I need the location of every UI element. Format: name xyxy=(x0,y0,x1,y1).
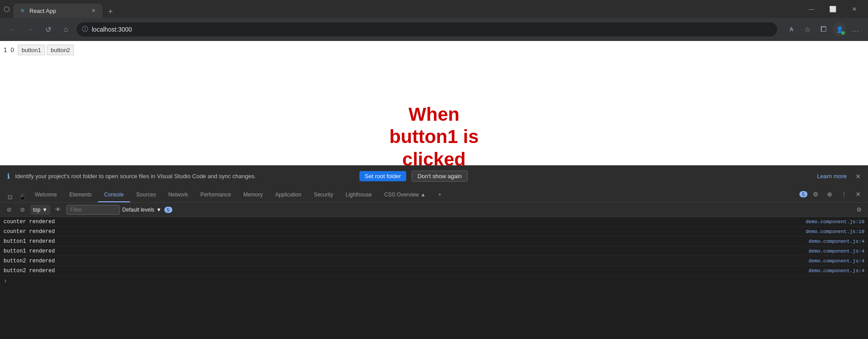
minimize-button[interactable]: — xyxy=(801,2,822,16)
info-banner: ℹ Identify your project's root folder to… xyxy=(0,165,868,187)
log-link-4[interactable]: demo.component.js:4 xyxy=(809,258,864,264)
log-row-3: button1 rendered demo.component.js:4 xyxy=(0,246,868,256)
log-row-2: button1 rendered demo.component.js:4 xyxy=(0,237,868,246)
address-actions: A ☆ ⧠ 👤 … xyxy=(784,22,863,37)
tab-performance[interactable]: Performance xyxy=(194,188,237,202)
devtools-focus-button[interactable]: ⊕ xyxy=(823,188,836,200)
extensions-icon: … xyxy=(852,25,859,33)
counter-value: 0 xyxy=(11,46,14,53)
window-controls-left: ⬡ xyxy=(4,5,10,13)
console-filter-input[interactable] xyxy=(66,205,120,215)
tab-network[interactable]: Network xyxy=(162,188,194,202)
log-text-2: button1 rendered xyxy=(4,238,809,245)
dont-show-again-button[interactable]: Don't show again xyxy=(412,171,467,182)
tab-elements[interactable]: Elements xyxy=(63,188,98,202)
device-icon: 📱 xyxy=(19,194,26,200)
devtools-more-button[interactable]: ⋮ xyxy=(838,188,850,200)
active-tab[interactable]: ⚛ React App ✕ xyxy=(13,4,102,18)
url-bar[interactable]: ⓘ localhost:3000 xyxy=(77,22,777,37)
page-area: 1 0 button1 button2 When button1 is clic… xyxy=(0,41,868,165)
log-link-2[interactable]: demo.component.js:4 xyxy=(809,239,864,244)
filter-icon: ⊘ xyxy=(20,206,25,213)
log-row-5: button2 rendered demo.component.js:4 xyxy=(0,266,868,276)
log-link-3[interactable]: demo.component.js:4 xyxy=(809,249,864,254)
info-banner-text: Identify your project's root folder to o… xyxy=(15,173,354,180)
devtools-inspect-button[interactable]: ⊡ xyxy=(4,192,16,202)
tab-lighthouse-label: Lighthouse xyxy=(346,192,372,198)
log-link-5[interactable]: demo.component.js:4 xyxy=(809,268,864,274)
devtools-settings-button[interactable]: ⚙ xyxy=(809,188,822,200)
devtools-close-button[interactable]: ✕ xyxy=(852,188,864,200)
back-button[interactable]: ← xyxy=(5,22,20,37)
console-filter-toggle[interactable]: ⊘ xyxy=(17,204,28,215)
log-row-1: counter rendered demo.component.js:10 xyxy=(0,227,868,237)
tab-css-overview[interactable]: CSS Overview ▲ xyxy=(378,188,432,202)
tab-network-label: Network xyxy=(168,192,188,198)
favorites-button[interactable]: ☆ xyxy=(800,22,815,37)
info-banner-icon: ℹ xyxy=(7,172,10,180)
log-link-0[interactable]: demo.component.js:10 xyxy=(806,219,864,225)
profile-button[interactable]: 👤 xyxy=(832,22,847,37)
favorites-icon: ☆ xyxy=(804,25,811,34)
home-icon: ⌂ xyxy=(64,25,68,33)
banner-close-button[interactable]: ✕ xyxy=(856,173,861,180)
tab-memory[interactable]: Memory xyxy=(237,188,269,202)
page-top-bar: 1 0 button1 button2 xyxy=(0,41,868,59)
refresh-icon: ↺ xyxy=(45,25,51,34)
button2[interactable]: button2 xyxy=(47,45,74,55)
log-row-4: button2 rendered demo.component.js:4 xyxy=(0,256,868,266)
url-text: localhost:3000 xyxy=(92,26,132,33)
log-link-1[interactable]: demo.component.js:10 xyxy=(806,229,864,234)
tab-console-label: Console xyxy=(104,192,124,198)
address-bar: ← → ↺ ⌂ ⓘ localhost:3000 A ☆ ⧠ 👤 xyxy=(0,18,868,41)
counter-label: 1 xyxy=(4,46,7,53)
log-word-counter-0: counter rendered xyxy=(4,219,55,225)
forward-button[interactable]: → xyxy=(23,22,37,37)
learn-more-link[interactable]: Learn more xyxy=(817,173,847,180)
context-selector[interactable]: top ▼ xyxy=(30,205,50,215)
console-output: counter rendered demo.component.js:10 co… xyxy=(0,217,868,339)
tab-add-button[interactable]: + xyxy=(432,188,448,202)
tab-close-button[interactable]: ✕ xyxy=(90,7,97,14)
extensions-button[interactable]: … xyxy=(848,22,863,37)
home-button[interactable]: ⌂ xyxy=(59,22,73,37)
main-text-line3: clicked xyxy=(389,148,479,165)
close-button[interactable]: ✕ xyxy=(844,2,864,16)
collections-button[interactable]: ⧠ xyxy=(816,22,831,37)
log-text-1: counter rendered xyxy=(4,229,806,235)
tab-welcome[interactable]: Welcome xyxy=(29,188,63,202)
tab-application[interactable]: Application xyxy=(269,188,308,202)
title-bar: ⬡ ⚛ React App ✕ + — ⬜ ✕ xyxy=(0,0,868,18)
tab-performance-label: Performance xyxy=(200,192,231,198)
console-settings-button[interactable]: ⚙ xyxy=(854,204,864,215)
set-root-folder-button[interactable]: Set root folder xyxy=(359,171,407,181)
clear-icon: ⊘ xyxy=(7,206,12,213)
tab-sources[interactable]: Sources xyxy=(130,188,162,202)
console-clear-button[interactable]: ⊘ xyxy=(4,204,14,215)
console-toolbar: ⊘ ⊘ top ▼ 👁 Default levels ▼ 5 ⚙ xyxy=(0,203,868,217)
tab-welcome-label: Welcome xyxy=(35,192,57,198)
tab-console[interactable]: Console xyxy=(98,188,130,202)
button1[interactable]: button1 xyxy=(18,45,45,55)
default-levels-label: Default levels xyxy=(122,207,155,213)
main-heading: When button1 is clicked xyxy=(389,103,479,165)
window-controls-right: — ⬜ ✕ xyxy=(801,2,864,16)
devtools-panel: ℹ Identify your project's root folder to… xyxy=(0,165,868,339)
settings-icon: ⚙ xyxy=(813,191,819,198)
focus-icon: ⊕ xyxy=(827,191,832,198)
translate-button[interactable]: A xyxy=(784,22,799,37)
log-levels-dropdown[interactable]: Default levels ▼ xyxy=(122,207,162,213)
browser-icon: ⬡ xyxy=(4,5,10,13)
tab-lighthouse[interactable]: Lighthouse xyxy=(339,188,378,202)
console-prompt[interactable]: › xyxy=(0,276,868,286)
tab-security[interactable]: Security xyxy=(308,188,339,202)
refresh-button[interactable]: ↺ xyxy=(41,22,55,37)
tab-favicon: ⚛ xyxy=(19,7,26,14)
devtools-device-button[interactable]: 📱 xyxy=(16,192,29,202)
translate-icon: A xyxy=(790,26,794,33)
new-tab-button[interactable]: + xyxy=(104,5,117,18)
maximize-button[interactable]: ⬜ xyxy=(823,2,843,16)
collections-icon: ⧠ xyxy=(820,25,827,33)
eye-button[interactable]: 👁 xyxy=(53,204,64,215)
devtools-actions: 5 ⚙ ⊕ ⋮ ✕ xyxy=(798,188,864,202)
